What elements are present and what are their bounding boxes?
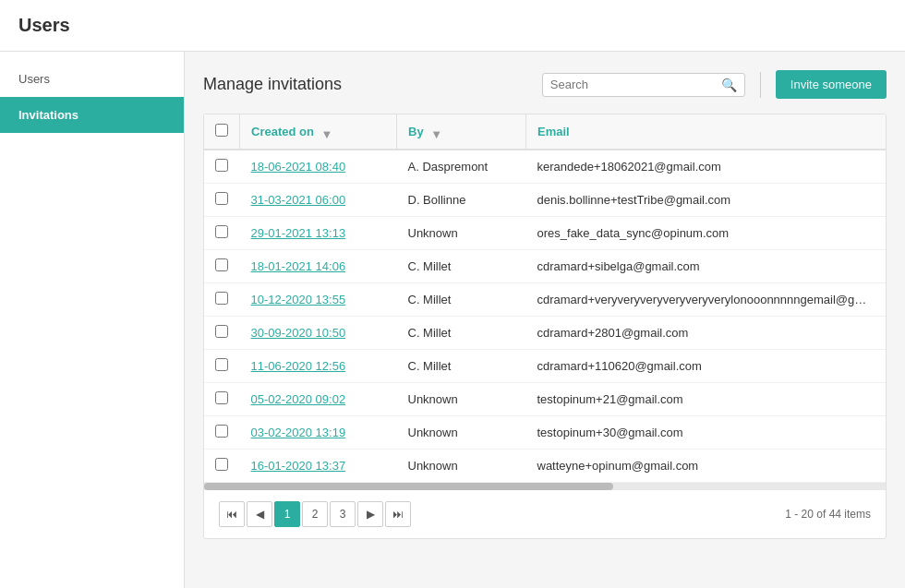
row-by-4: C. Millet (397, 283, 526, 317)
row-by-7: Unknown (397, 383, 526, 416)
row-checkbox-3[interactable] (215, 258, 228, 271)
row-checkbox-9[interactable] (215, 458, 228, 471)
by-filter-icon[interactable]: ▼ (430, 127, 441, 138)
row-checkbox-5[interactable] (215, 325, 228, 338)
page-3-button[interactable]: 3 (330, 501, 356, 527)
row-email-7: testopinum+21@gmail.com (526, 383, 887, 416)
row-checkbox-cell (204, 383, 240, 416)
row-date-link-0[interactable]: 18-06-2021 08:40 (251, 160, 346, 174)
row-date-3: 18-01-2021 14:06 (240, 250, 397, 283)
row-checkbox-8[interactable] (215, 425, 228, 438)
row-checkbox-4[interactable] (215, 292, 228, 305)
invitations-table-container: Created on ▼ By ▼ Email (203, 114, 887, 539)
table-row: 16-01-2020 13:37 Unknown watteyne+opinum… (204, 450, 886, 483)
row-by-0: A. Daspremont (397, 150, 526, 184)
row-email-8: testopinum+30@gmail.com (526, 416, 887, 450)
search-box: 🔍 (542, 73, 745, 97)
row-checkbox-2[interactable] (215, 225, 228, 238)
main-content: Manage invitations 🔍 Invite someone Crea… (185, 52, 905, 588)
row-by-5: C. Millet (397, 317, 526, 350)
sidebar-item-invitations[interactable]: Invitations (0, 97, 184, 133)
scrollbar-thumb (204, 483, 613, 490)
row-checkbox-cell (204, 450, 240, 483)
row-by-3: C. Millet (397, 250, 526, 283)
table-row: 30-09-2020 10:50 C. Millet cdramard+2801… (204, 317, 886, 350)
row-checkbox-cell (204, 250, 240, 283)
th-email: Email (526, 114, 887, 150)
select-all-checkbox[interactable] (215, 124, 228, 137)
horizontal-scrollbar[interactable] (204, 483, 886, 490)
table-row: 31-03-2021 06:00 D. Bollinne denis.bolli… (204, 184, 886, 217)
table-row: 05-02-2020 09:02 Unknown testopinum+21@g… (204, 383, 886, 416)
row-date-link-8[interactable]: 03-02-2020 13:19 (251, 426, 346, 439)
row-date-link-7[interactable]: 05-02-2020 09:02 (251, 392, 346, 406)
prev-page-button[interactable]: ◀ (247, 501, 272, 527)
table-row: 18-06-2021 08:40 A. Daspremont kerandede… (204, 150, 886, 184)
created-on-filter-icon[interactable]: ▼ (321, 127, 332, 138)
row-checkbox-cell (204, 350, 240, 383)
row-date-link-6[interactable]: 11-06-2020 12:56 (251, 359, 346, 373)
row-email-2: ores_fake_data_sync@opinum.com (526, 217, 887, 250)
row-checkbox-cell (204, 217, 240, 250)
sidebar: Users Invitations (0, 52, 185, 588)
row-email-0: kerandede+18062021@gmail.com (526, 150, 887, 184)
row-by-9: Unknown (397, 450, 526, 483)
row-checkbox-cell (204, 317, 240, 350)
pagination-info: 1 - 20 of 44 items (785, 508, 871, 521)
pagination: ⏮ ◀ 1 2 3 ▶ ⏭ 1 - 20 of 44 items (204, 490, 886, 538)
row-date-0: 18-06-2021 08:40 (240, 150, 397, 184)
page-1-button[interactable]: 1 (274, 501, 300, 527)
vertical-divider (760, 72, 761, 98)
row-email-3: cdramard+sibelga@gmail.com (526, 250, 887, 283)
row-checkbox-7[interactable] (215, 391, 228, 404)
page-2-button[interactable]: 2 (302, 501, 328, 527)
row-email-6: cdramard+110620@gmail.com (526, 350, 887, 383)
row-email-4: cdramard+veryveryveryveryveryverylonooon… (526, 283, 887, 317)
row-checkbox-cell (204, 416, 240, 450)
table-row: 18-01-2021 14:06 C. Millet cdramard+sibe… (204, 250, 886, 283)
row-date-link-9[interactable]: 16-01-2020 13:37 (251, 459, 346, 473)
row-by-8: Unknown (397, 416, 526, 450)
top-bar: Manage invitations 🔍 Invite someone (203, 70, 887, 99)
row-date-link-5[interactable]: 30-09-2020 10:50 (251, 326, 346, 340)
row-checkbox-cell (204, 283, 240, 317)
row-date-link-3[interactable]: 18-01-2021 14:06 (251, 259, 346, 273)
table-row: 11-06-2020 12:56 C. Millet cdramard+1106… (204, 350, 886, 383)
row-checkbox-0[interactable] (215, 159, 228, 172)
row-by-1: D. Bollinne (397, 184, 526, 217)
row-checkbox-cell (204, 184, 240, 217)
next-page-button[interactable]: ▶ (357, 501, 383, 527)
row-date-link-4[interactable]: 10-12-2020 13:55 (251, 293, 346, 306)
last-page-button[interactable]: ⏭ (385, 501, 411, 527)
search-icon: 🔍 (721, 78, 737, 92)
row-date-9: 16-01-2020 13:37 (240, 450, 397, 483)
row-date-link-2[interactable]: 29-01-2021 13:13 (251, 226, 346, 240)
row-checkbox-cell (204, 150, 240, 184)
row-date-8: 03-02-2020 13:19 (240, 416, 397, 450)
sidebar-item-users[interactable]: Users (0, 61, 184, 97)
search-input[interactable] (550, 78, 718, 91)
invitations-table: Created on ▼ By ▼ Email (204, 114, 886, 483)
row-date-2: 29-01-2021 13:13 (240, 217, 397, 250)
table-row: 03-02-2020 13:19 Unknown testopinum+30@g… (204, 416, 886, 450)
section-title: Manage invitations (203, 75, 342, 94)
row-by-2: Unknown (397, 217, 526, 250)
row-date-5: 30-09-2020 10:50 (240, 317, 397, 350)
th-created-on: Created on ▼ (240, 114, 397, 150)
row-date-link-1[interactable]: 31-03-2021 06:00 (251, 193, 346, 207)
table-row: 29-01-2021 13:13 Unknown ores_fake_data_… (204, 217, 886, 250)
row-email-1: denis.bollinne+testTribe@gmail.com (526, 184, 887, 217)
th-by: By ▼ (397, 114, 526, 150)
first-page-button[interactable]: ⏮ (219, 501, 245, 527)
row-by-6: C. Millet (397, 350, 526, 383)
row-date-4: 10-12-2020 13:55 (240, 283, 397, 317)
table-body: 18-06-2021 08:40 A. Daspremont kerandede… (204, 150, 886, 483)
page-title: Users (0, 0, 905, 52)
row-checkbox-1[interactable] (215, 192, 228, 205)
row-date-7: 05-02-2020 09:02 (240, 383, 397, 416)
invite-someone-button[interactable]: Invite someone (776, 70, 887, 99)
pagination-controls: ⏮ ◀ 1 2 3 ▶ ⏭ (219, 501, 411, 527)
row-date-6: 11-06-2020 12:56 (240, 350, 397, 383)
row-checkbox-6[interactable] (215, 358, 228, 371)
row-date-1: 31-03-2021 06:00 (240, 184, 397, 217)
